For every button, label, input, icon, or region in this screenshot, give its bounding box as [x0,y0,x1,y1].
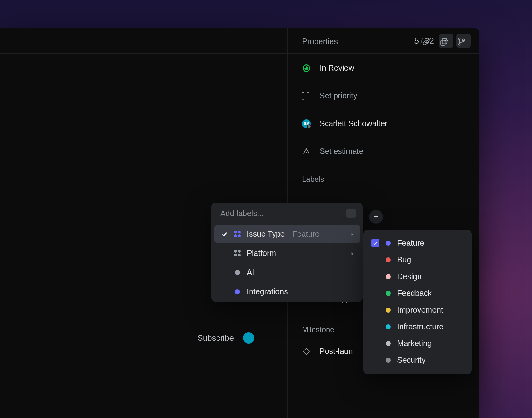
status-row[interactable]: In Review [302,63,465,73]
label-option-marketing[interactable]: Marketing [368,335,467,352]
subscriber-avatar[interactable] [243,332,254,344]
label-color-dot [386,308,391,313]
label-option-checkbox [371,306,379,314]
label-option-bug[interactable]: Bug [368,251,467,268]
chevron-right-icon [350,249,355,258]
estimate-icon [302,147,311,156]
label-category-hint: Feature [292,229,319,238]
chevron-right-icon [350,229,355,238]
status-value: In Review [320,63,354,73]
label-option-name: Feedback [397,289,432,298]
priority-placeholder: Set priority [320,91,357,100]
status-icon [303,64,310,72]
svg-point-4 [463,39,464,40]
estimate-row[interactable]: Set estimate [302,147,465,156]
label-color-dot [386,274,391,279]
svg-point-2 [459,38,460,39]
label-color-dot [386,257,391,262]
label-option-checkbox [371,289,379,297]
label-option-checkbox [371,339,379,348]
label-option-improvement[interactable]: Improvement [368,302,467,318]
copy-icon [440,38,448,46]
label-color-dot [386,291,391,296]
label-category-integrations[interactable]: Integrations [214,283,360,301]
label-options-popover: FeatureBugDesignFeedbackImprovementInfra… [363,230,472,374]
label-dot-icon [235,270,240,275]
priority-row[interactable]: - - - Set priority [302,91,465,100]
sidebar-header-actions [422,38,465,46]
label-color-dot [386,358,391,363]
subscribe-button[interactable]: Subscribe [197,333,234,343]
priority-icon: - - - [302,89,311,103]
git-branch-button[interactable] [457,38,465,46]
label-color-dot [386,324,391,329]
sidebar-header: Properties [302,37,465,46]
label-category-name: AI [247,268,254,277]
properties-title: Properties [302,37,338,46]
label-option-name: Security [397,356,425,365]
label-option-checkbox [371,272,379,281]
label-category-name: Issue Type [247,229,285,238]
plus-icon [373,214,379,220]
label-option-checkbox [371,322,379,331]
labels-search-input[interactable] [220,209,315,218]
label-option-checkbox [371,356,379,364]
label-category-ai[interactable]: AI [214,263,360,281]
label-options-list: FeatureBugDesignFeedbackImprovementInfra… [368,235,467,368]
check-icon [221,231,228,238]
copy-link-button[interactable] [422,38,430,46]
label-option-checkbox [371,239,379,247]
label-color-dot [386,241,391,246]
svg-point-3 [459,43,460,45]
label-color-dot [386,341,391,346]
check-icon [373,241,378,246]
labels-shortcut-key: L [346,209,356,218]
label-option-name: Design [397,272,422,281]
milestone-name: Post-laun [320,347,353,356]
label-option-design[interactable]: Design [368,268,467,285]
label-option-infrastructure[interactable]: Infrastructure [368,318,467,335]
link-icon [422,38,430,46]
svg-rect-1 [441,40,445,45]
estimate-placeholder: Set estimate [320,147,363,156]
label-option-checkbox [371,256,379,264]
label-category-issue-type[interactable]: Issue TypeFeature [214,225,360,243]
label-category-name: Integrations [247,287,288,296]
assignee-avatar: SS [302,119,311,128]
labels-popover: L Issue TypeFeaturePlatformAIIntegration… [211,203,363,302]
label-category-platform[interactable]: Platform [214,244,360,262]
label-group-icon [234,250,241,257]
subscribe-bar: Subscribe [0,319,287,356]
label-option-security[interactable]: Security [368,352,467,368]
label-option-feedback[interactable]: Feedback [368,285,467,302]
git-branch-icon [457,38,465,46]
label-option-name: Improvement [397,305,443,315]
label-option-name: Marketing [397,339,432,348]
check-slot [221,231,228,238]
label-option-name: Bug [397,255,411,264]
assignee-name: Scarlett Schowalter [320,119,387,128]
labels-heading: Labels [302,175,465,184]
label-category-name: Platform [247,249,276,258]
label-option-feature[interactable]: Feature [368,235,467,251]
label-group-icon [234,231,241,238]
labels-search-row: L [211,203,363,224]
label-dot-icon [235,289,240,294]
copy-id-button[interactable] [440,38,448,46]
milestone-icon [302,347,311,356]
labels-category-list: Issue TypeFeaturePlatformAIIntegrations [211,225,363,301]
assignee-row[interactable]: SS Scarlett Schowalter [302,119,465,128]
label-option-name: Feature [397,238,424,248]
add-label-button[interactable] [369,210,383,224]
label-option-name: Infrastructure [397,322,443,331]
svg-rect-0 [442,38,447,44]
